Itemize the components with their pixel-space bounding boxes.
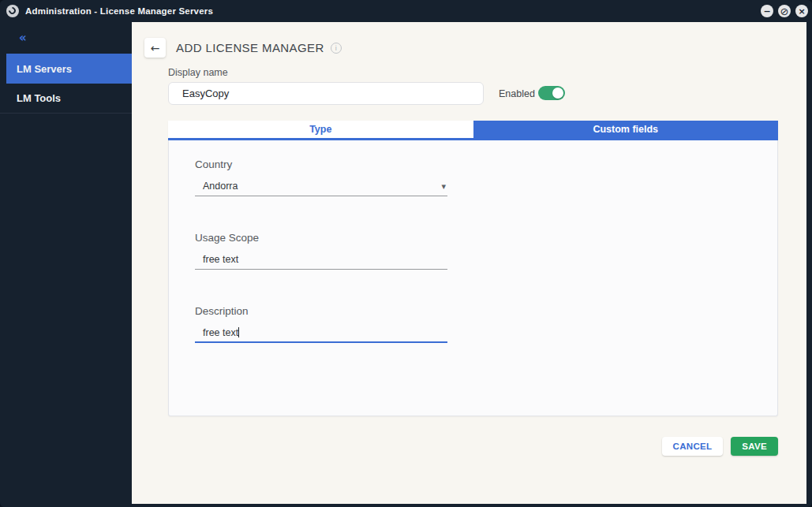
- sidebar-collapse-icon[interactable]: «: [19, 31, 27, 45]
- sidebar-item-label: LM Tools: [17, 92, 61, 104]
- enabled-toggle[interactable]: [538, 86, 565, 100]
- country-select[interactable]: Andorra ▾: [195, 181, 447, 196]
- usage-scope-group: Usage Scope free text: [195, 232, 447, 270]
- sidebar-nav: LM Servers LM Tools: [0, 54, 132, 114]
- toggle-knob: [552, 88, 563, 99]
- app-window: Administration - License Manager Servers…: [0, 0, 812, 507]
- panel-body: Country Andorra ▾ Usage Scope free text …: [195, 140, 447, 378]
- description-group: Description free text: [195, 305, 447, 343]
- save-button[interactable]: SAVE: [731, 437, 778, 456]
- window-title: Administration - License Manager Servers: [25, 6, 761, 16]
- enabled-label: Enabled: [499, 88, 535, 99]
- close-button[interactable]: ×: [795, 5, 808, 17]
- display-name-input[interactable]: [168, 82, 484, 105]
- info-icon[interactable]: i: [331, 43, 342, 54]
- action-buttons: CANCEL SAVE: [168, 437, 778, 456]
- display-name-label: Display name: [168, 67, 228, 78]
- dropdown-caret-icon: ▾: [441, 182, 446, 191]
- minimize-button[interactable]: −: [761, 5, 773, 17]
- description-value: free text: [203, 327, 239, 338]
- page-title: ADD LICENSE MANAGER: [176, 41, 324, 54]
- back-button[interactable]: ←: [144, 38, 166, 58]
- maximize-disabled-button[interactable]: ⊘: [778, 5, 791, 17]
- country-group: Country Andorra ▾: [195, 158, 447, 196]
- cancel-button[interactable]: CANCEL: [662, 437, 724, 456]
- tab-custom-fields[interactable]: Custom fields: [473, 121, 779, 138]
- custom-fields-panel: Type Custom fields Country Andorra ▾ Usa…: [168, 121, 778, 416]
- main-content: ← ADD LICENSE MANAGER i Display name Ena…: [132, 22, 806, 504]
- page-header: ← ADD LICENSE MANAGER i: [144, 38, 342, 58]
- country-label: Country: [195, 158, 447, 170]
- usage-scope-label: Usage Scope: [195, 232, 447, 244]
- tab-type[interactable]: Type: [168, 121, 473, 138]
- sidebar-item-lm-tools[interactable]: LM Tools: [0, 84, 132, 114]
- usage-scope-input[interactable]: free text: [195, 254, 447, 270]
- usage-scope-value: free text: [203, 254, 238, 265]
- text-cursor: [238, 327, 239, 337]
- app-logo-icon: [6, 5, 19, 17]
- sidebar-item-label: LM Servers: [17, 63, 72, 75]
- description-label: Description: [195, 305, 447, 317]
- sidebar: « LM Servers LM Tools: [0, 22, 132, 507]
- country-value: Andorra: [203, 181, 238, 192]
- description-input[interactable]: free text: [195, 327, 447, 343]
- sidebar-item-lm-servers[interactable]: LM Servers: [6, 54, 132, 84]
- tab-bar: Type Custom fields: [168, 121, 778, 140]
- window-controls: − ⊘ ×: [761, 5, 808, 17]
- titlebar: Administration - License Manager Servers…: [0, 0, 812, 22]
